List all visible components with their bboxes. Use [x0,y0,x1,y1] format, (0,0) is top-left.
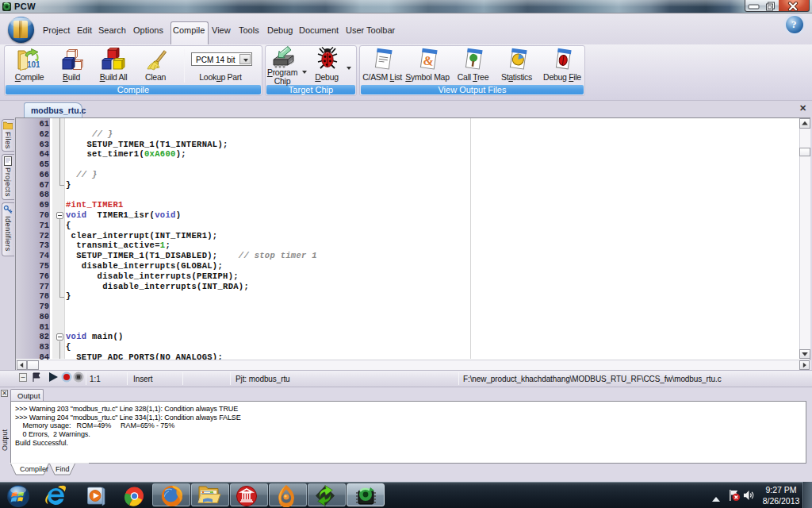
svg-text:101: 101 [27,60,40,69]
svg-text:&: & [423,53,435,68]
svg-text:Compiler: Compiler [20,465,48,473]
svg-text:Find: Find [56,465,70,473]
